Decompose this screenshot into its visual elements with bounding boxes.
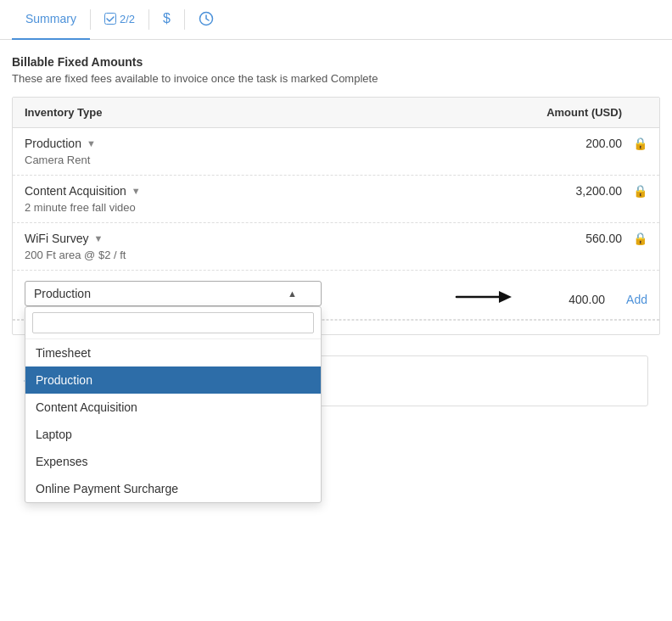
select-up-arrow: ▲ (288, 288, 297, 299)
checklist-badge: 2/2 (104, 13, 135, 25)
table-row: Content Acquisition ▼ 3,200.00 🔒 2 minut… (13, 176, 659, 223)
row-sub: Camera Rent (13, 154, 659, 175)
row-amount: 200.00 (486, 137, 622, 150)
add-button-container: Add (605, 293, 647, 306)
type-select[interactable]: Production ▲ (25, 281, 322, 306)
row-main: Production ▼ 200.00 🔒 (13, 128, 659, 154)
tab-dollar[interactable]: $ (149, 0, 184, 40)
header-amount: Amount (USD) (486, 106, 622, 119)
header-type: Inventory Type (25, 106, 486, 119)
summary-label: Summary (25, 12, 76, 25)
table-row: Production ▼ 200.00 🔒 Camera Rent (13, 128, 659, 176)
new-row-amount: 400.00 (520, 293, 605, 306)
row-dropdown-arrow[interactable]: ▼ (93, 233, 103, 243)
row-type: Content Acquisition ▼ (25, 184, 486, 198)
add-button[interactable]: Add (626, 293, 647, 306)
row-amount: 3,200.00 (486, 184, 622, 198)
dropdown-item-content-acquisition[interactable]: Content Acquisition (25, 394, 321, 421)
dropdown-item-expenses[interactable]: Expenses (25, 448, 321, 475)
row-type: Production ▼ (25, 137, 486, 150)
row-amount: 560.00 (486, 232, 622, 245)
row-sub: 200 Ft area @ $2 / ft (13, 249, 659, 270)
clock-icon (199, 11, 214, 26)
row-main: Content Acquisition ▼ 3,200.00 🔒 (13, 176, 659, 201)
row-sub: 2 minute free fall video (13, 201, 659, 222)
dropdown-item-production[interactable]: Production (25, 366, 321, 394)
row-main: WiFi Survey ▼ 560.00 🔒 (13, 223, 659, 249)
section-title: Billable Fixed Amounts (12, 55, 660, 69)
new-row-select: Production ▲ Timesheet Production Conten… (25, 281, 452, 306)
arrow-icon (452, 284, 512, 310)
row-lock: 🔒 (622, 137, 647, 150)
section-desc: These are fixed fees available to invoic… (12, 72, 660, 85)
arrow-annotation (452, 284, 512, 312)
svg-marker-2 (499, 291, 512, 303)
table-header: Inventory Type Amount (USD) (13, 98, 659, 128)
type-dropdown: Timesheet Production Content Acquisition… (25, 306, 322, 503)
table-row: WiFi Survey ▼ 560.00 🔒 200 Ft area @ $2 … (13, 223, 659, 271)
tab-clock[interactable] (185, 0, 227, 40)
top-nav: Summary 2/2 $ (0, 0, 672, 40)
billable-table: Inventory Type Amount (USD) Production ▼… (12, 97, 660, 335)
dropdown-item-timesheet[interactable]: Timesheet (25, 339, 321, 366)
row-lock: 🔒 (622, 232, 647, 245)
row-lock: 🔒 (622, 184, 647, 198)
dropdown-item-laptop[interactable]: Laptop (25, 421, 321, 448)
tab-checklist[interactable]: 2/2 (91, 0, 148, 40)
main-content: Billable Fixed Amounts These are fixed f… (0, 40, 672, 413)
row-type: WiFi Survey ▼ (25, 232, 486, 245)
dropdown-search-input[interactable] (32, 312, 314, 333)
new-row: Production ▲ Timesheet Production Conten… (13, 271, 659, 320)
tab-summary[interactable]: Summary (12, 0, 90, 40)
new-row-right: 400.00 Add (452, 281, 647, 312)
row-dropdown-arrow[interactable]: ▼ (132, 186, 141, 196)
check-icon (104, 13, 116, 25)
dropdown-search-container (25, 307, 321, 339)
row-dropdown-arrow[interactable]: ▼ (87, 138, 96, 148)
dropdown-item-online-payment[interactable]: Online Payment Surcharge (25, 475, 321, 502)
